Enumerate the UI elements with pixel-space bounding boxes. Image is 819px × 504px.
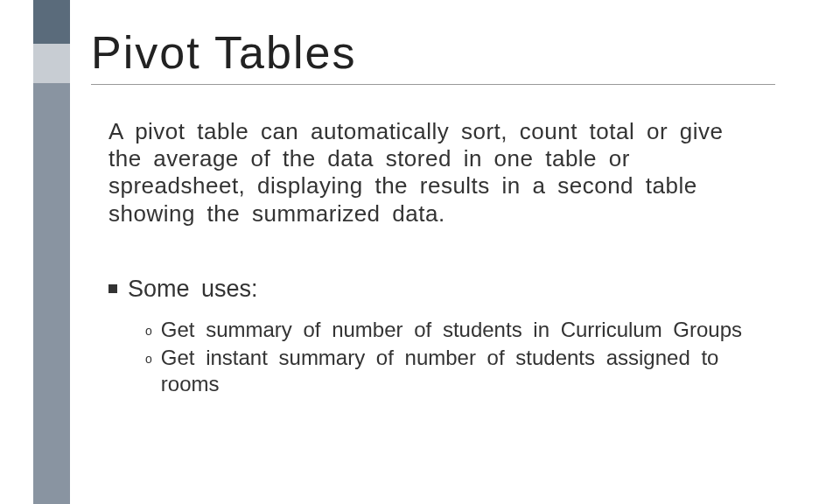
list-item: o Get instant summary of number of stude… <box>145 345 766 397</box>
list-item: o Get summary of number of students in C… <box>145 317 766 343</box>
square-bullet-icon <box>108 284 117 293</box>
list-item-text: Get summary of number of students in Cur… <box>161 317 766 343</box>
sublist: o Get summary of number of students in C… <box>108 317 766 397</box>
content-area: Pivot Tables A pivot table can automatic… <box>91 26 775 399</box>
circle-bullet-icon: o <box>145 324 152 340</box>
left-rail-decoration <box>33 0 70 504</box>
intro-paragraph: A pivot table can automatically sort, co… <box>108 118 766 228</box>
rail-segment-light <box>33 83 70 504</box>
circle-bullet-icon: o <box>145 352 152 368</box>
section-heading-text: Some uses: <box>128 276 258 303</box>
slide-body: A pivot table can automatically sort, co… <box>91 118 775 397</box>
rail-segment-accent <box>33 44 70 83</box>
rail-segment-dark <box>33 0 70 44</box>
slide: Pivot Tables A pivot table can automatic… <box>0 0 819 504</box>
list-item-text: Get instant summary of number of student… <box>161 345 766 397</box>
slide-title: Pivot Tables <box>91 26 775 85</box>
section-heading: Some uses: <box>108 276 766 303</box>
